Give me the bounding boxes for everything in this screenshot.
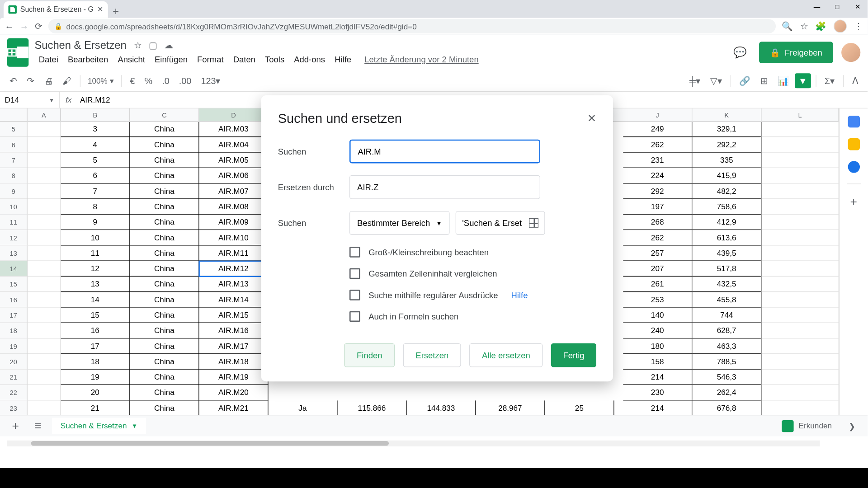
cell[interactable]: 7 xyxy=(61,183,130,199)
cell[interactable]: 180 xyxy=(623,338,692,354)
cell[interactable]: 262 xyxy=(623,230,692,245)
name-box[interactable]: D14 ▼ xyxy=(0,92,60,108)
cell[interactable]: 628,7 xyxy=(692,323,761,338)
bookmark-icon[interactable]: ☆ xyxy=(800,21,808,32)
format-percent-button[interactable]: % xyxy=(141,73,156,88)
cell[interactable] xyxy=(28,137,61,152)
print-icon[interactable]: 🖨 xyxy=(41,73,57,88)
cell[interactable] xyxy=(761,153,839,168)
cell[interactable]: 21 xyxy=(61,400,130,415)
cell[interactable] xyxy=(761,370,839,385)
decrease-decimal-button[interactable]: .0 xyxy=(158,73,173,88)
cell[interactable] xyxy=(761,215,839,230)
cell[interactable]: 115.866 xyxy=(338,400,407,415)
cell[interactable]: 13 xyxy=(61,277,130,292)
zoom-select[interactable]: 100% ▾ xyxy=(85,75,116,86)
column-header[interactable]: J xyxy=(623,108,692,121)
cell[interactable]: 5 xyxy=(61,153,130,168)
back-icon[interactable]: ← xyxy=(5,21,14,31)
column-header[interactable]: C xyxy=(130,108,199,121)
format-currency-button[interactable]: € xyxy=(126,73,138,88)
cell[interactable]: 482,2 xyxy=(692,183,761,199)
cell[interactable]: China xyxy=(130,370,199,385)
cell[interactable]: 140 xyxy=(623,308,692,323)
cell[interactable]: 12 xyxy=(61,261,130,277)
functions-icon[interactable]: Σ▾ xyxy=(821,73,839,89)
cell[interactable] xyxy=(28,245,61,261)
window-minimize-button[interactable]: — xyxy=(807,0,827,13)
cell[interactable]: 6 xyxy=(61,168,130,183)
cell[interactable]: China xyxy=(130,308,199,323)
horizontal-scrollbar[interactable] xyxy=(7,441,820,446)
replace-input[interactable] xyxy=(349,175,540,199)
cell[interactable]: China xyxy=(130,277,199,292)
cell[interactable]: 25 xyxy=(545,400,614,415)
cell[interactable] xyxy=(28,122,61,137)
cell[interactable] xyxy=(28,199,61,215)
cell[interactable]: 439,5 xyxy=(692,245,761,261)
cloud-status-icon[interactable]: ☁ xyxy=(164,40,173,51)
insert-link-icon[interactable]: 🔗 xyxy=(736,73,754,89)
cell[interactable] xyxy=(28,338,61,354)
cell[interactable]: China xyxy=(130,245,199,261)
cell[interactable]: China xyxy=(130,292,199,307)
cell[interactable]: 455,8 xyxy=(692,292,761,307)
cell[interactable] xyxy=(761,183,839,199)
cell[interactable]: AIR.M16 xyxy=(199,323,269,338)
menu-hilfe[interactable]: Hilfe xyxy=(330,53,355,66)
cell[interactable] xyxy=(761,385,839,400)
cell[interactable] xyxy=(761,354,839,369)
cell[interactable] xyxy=(28,370,61,385)
cell[interactable] xyxy=(761,277,839,292)
share-button[interactable]: 🔒 Freigeben xyxy=(759,42,833,63)
calendar-icon[interactable] xyxy=(848,116,859,127)
keep-icon[interactable] xyxy=(848,138,859,150)
reload-icon[interactable]: ⟳ xyxy=(35,21,42,32)
cell[interactable]: 262,4 xyxy=(692,385,761,400)
menu-datei[interactable]: Datei xyxy=(35,53,63,66)
row-header[interactable]: 11 xyxy=(0,215,28,230)
row-header[interactable]: 13 xyxy=(0,245,28,261)
move-icon[interactable]: ▢ xyxy=(149,40,157,51)
cell[interactable]: AIR.M21 xyxy=(199,400,269,415)
cell[interactable] xyxy=(761,199,839,215)
cell[interactable]: China xyxy=(130,199,199,215)
cell[interactable]: AIR.M17 xyxy=(199,338,269,354)
cell[interactable] xyxy=(761,230,839,245)
cell[interactable] xyxy=(761,261,839,277)
redo-icon[interactable]: ↷ xyxy=(23,73,38,89)
row-header[interactable]: 9 xyxy=(0,183,28,199)
cell[interactable] xyxy=(28,183,61,199)
cell[interactable] xyxy=(28,230,61,245)
cell[interactable]: China xyxy=(130,137,199,152)
cell[interactable]: AIR.M20 xyxy=(199,385,269,400)
column-header[interactable]: A xyxy=(28,108,61,121)
cell[interactable]: 8 xyxy=(61,199,130,215)
row-header[interactable]: 20 xyxy=(0,354,28,369)
match-whole-checkbox[interactable] xyxy=(349,268,360,279)
star-icon[interactable]: ☆ xyxy=(134,40,142,51)
insert-chart-icon[interactable]: 📊 xyxy=(774,73,793,89)
new-tab-button[interactable]: + xyxy=(108,5,124,18)
cell[interactable]: 16 xyxy=(61,323,130,338)
cell[interactable] xyxy=(761,137,839,152)
cell[interactable]: 20 xyxy=(61,385,130,400)
cell[interactable]: 329,1 xyxy=(692,122,761,137)
tab-close-icon[interactable]: ✕ xyxy=(97,5,103,14)
row-header[interactable]: 5 xyxy=(0,122,28,137)
cell[interactable] xyxy=(28,153,61,168)
cell[interactable]: AIR.M10 xyxy=(199,230,269,245)
cell[interactable]: 249 xyxy=(623,122,692,137)
menu-einfuegen[interactable]: Einfügen xyxy=(151,53,192,66)
row-header[interactable]: 14 xyxy=(0,261,28,277)
extensions-icon[interactable]: 🧩 xyxy=(815,21,826,32)
paint-format-icon[interactable]: 🖌 xyxy=(59,73,75,88)
cell[interactable]: 335 xyxy=(692,153,761,168)
row-header[interactable]: 17 xyxy=(0,308,28,323)
browser-menu-icon[interactable]: ⋮ xyxy=(854,21,863,32)
cell[interactable] xyxy=(28,261,61,277)
comments-icon[interactable]: 💬 xyxy=(729,42,750,63)
cell[interactable]: 207 xyxy=(623,261,692,277)
cell[interactable]: 230 xyxy=(623,385,692,400)
done-button[interactable]: Fertig xyxy=(551,343,596,367)
